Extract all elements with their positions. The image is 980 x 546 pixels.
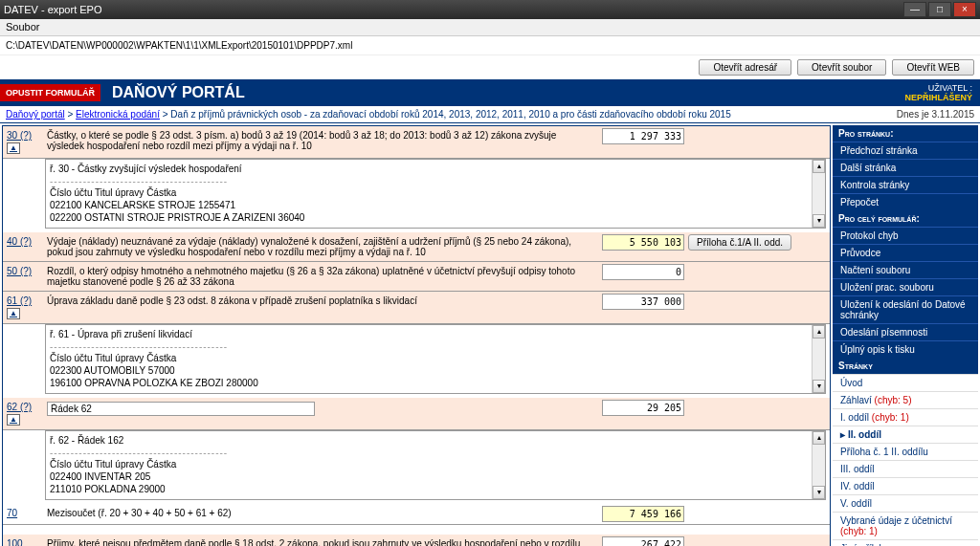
- row-61: 61 (?)▲ Úprava základu daně podle § 23 o…: [3, 292, 830, 324]
- row-100-desc: Příjmy, které nejsou předmětem daně podl…: [43, 535, 600, 546]
- close-button[interactable]: ×: [953, 2, 976, 17]
- row-100: 100 Příjmy, které nejsou předmětem daně …: [3, 535, 830, 546]
- row-61-num[interactable]: 61 (?): [7, 295, 32, 306]
- row-50: 50 (?) Rozdíl, o který odpisy hmotného a…: [3, 262, 830, 292]
- row-30-num[interactable]: 30 (?): [7, 130, 32, 141]
- page-link-6[interactable]: IV. oddíl: [833, 477, 978, 494]
- nav-wizard[interactable]: Průvodce: [833, 244, 978, 261]
- row-70: 70 Mezisoučet (ř. 20 + 30 + 40 + 50 + 61…: [3, 504, 830, 525]
- sidebar: Pro stránku: Předchozí stránka Další str…: [833, 123, 980, 546]
- window-titlebar: DATEV - export EPO — □ ×: [0, 0, 980, 19]
- row-30-input[interactable]: [602, 128, 684, 144]
- crumb-3: Daň z příjmů právnických osob - za zdaňo…: [170, 109, 730, 120]
- page-link-5[interactable]: III. oddíl: [833, 460, 978, 477]
- nav-load-file[interactable]: Načtení souboru: [833, 261, 978, 278]
- collapse-icon[interactable]: ▲: [7, 142, 20, 154]
- page-link-8[interactable]: Vybrané údaje z účetnictví (chyb: 1): [833, 512, 978, 539]
- portal-title: DAŇOVÝ PORTÁL: [100, 84, 904, 101]
- top-button-row: Otevřít adresář Otevřít soubor Otevřít W…: [0, 55, 980, 79]
- exit-form-button[interactable]: OPUSTIT FORMULÁŘ: [0, 84, 100, 101]
- row-100-input[interactable]: [602, 536, 684, 546]
- form-area: 30 (?)▲ Částky, o které se podle § 23 od…: [2, 125, 831, 546]
- sidebar-header-pages: Stránky: [833, 358, 978, 374]
- page-link-7[interactable]: V. oddíl: [833, 494, 978, 512]
- page-link-3[interactable]: ▸II. oddíl: [833, 426, 978, 443]
- crumb-2[interactable]: Elektronická podání: [76, 109, 160, 120]
- attachment-button[interactable]: Příloha č.1/A II. odd.: [688, 234, 791, 251]
- detail-box-30: ř. 30 - Částky zvyšující výsledek hospod…: [45, 159, 826, 229]
- detail-box-61: ř. 61 - Úprava při zrušení likvidací ---…: [45, 324, 826, 394]
- scroll-up-icon[interactable]: ▴: [813, 325, 825, 339]
- row-40-desc: Výdaje (náklady) neuznávané za výdaje (n…: [43, 232, 600, 261]
- scroll-down-icon[interactable]: ▾: [813, 486, 825, 499]
- open-file-button[interactable]: Otevřít soubor: [797, 59, 886, 76]
- page-link-2[interactable]: I. oddíl (chyb: 1): [833, 408, 978, 426]
- row-62: 62 (?)▲: [3, 398, 830, 430]
- nav-print[interactable]: Úplný opis k tisku: [833, 340, 978, 358]
- scroll-down-icon[interactable]: ▾: [813, 214, 825, 228]
- row-70-desc: Mezisoučet (ř. 20 + 30 + 40 + 50 + 61 + …: [43, 504, 600, 524]
- minimize-button[interactable]: —: [903, 2, 926, 17]
- open-dir-button[interactable]: Otevřít adresář: [699, 59, 791, 76]
- nav-error-log[interactable]: Protokol chyb: [833, 227, 978, 244]
- menu-file[interactable]: Soubor: [6, 21, 39, 33]
- row-70-num: 70: [7, 508, 17, 518]
- row-62-num[interactable]: 62 (?): [7, 402, 32, 412]
- crumb-1[interactable]: Daňový portál: [6, 109, 65, 120]
- nav-next-page[interactable]: Další stránka: [833, 159, 978, 176]
- page-link-0[interactable]: Úvod: [833, 374, 978, 391]
- user-status: UŽIVATEL : NEPŘIHLÁŠENÝ: [904, 83, 980, 102]
- nav-send[interactable]: Odeslání písemnosti: [833, 323, 978, 340]
- nav-recalc[interactable]: Přepočet: [833, 193, 978, 210]
- nav-save-work[interactable]: Uložení prac. souboru: [833, 278, 978, 295]
- row-50-desc: Rozdíl, o který odpisy hmotného a nehmot…: [43, 262, 600, 291]
- maximize-button[interactable]: □: [928, 2, 951, 17]
- sidebar-header-page: Pro stránku:: [833, 125, 978, 142]
- row-61-desc: Úprava základu daně podle § 23 odst. 8 z…: [43, 292, 600, 323]
- menubar: Soubor: [0, 19, 980, 36]
- open-web-button[interactable]: Otevřít WEB: [892, 59, 974, 76]
- row-30-desc: Částky, o které se podle § 23 odst. 3 pí…: [43, 126, 600, 158]
- row-62-input[interactable]: [602, 400, 684, 416]
- collapse-icon[interactable]: ▲: [7, 414, 20, 426]
- breadcrumb: Daňový portál > Elektronická podání > Da…: [0, 106, 980, 123]
- scroll-up-icon[interactable]: ▴: [813, 431, 825, 445]
- nav-prev-page[interactable]: Předchozí stránka: [833, 142, 978, 159]
- portal-header: OPUSTIT FORMULÁŘ DAŇOVÝ PORTÁL UŽIVATEL …: [0, 79, 980, 106]
- page-link-4[interactable]: Příloha č. 1 II. oddílu: [833, 443, 978, 460]
- row-30: 30 (?)▲ Částky, o které se podle § 23 od…: [3, 126, 830, 159]
- current-date: Dnes je 3.11.2015: [897, 109, 974, 120]
- detail-box-62: ř. 62 - Řádek 162 ----------------------…: [45, 430, 826, 500]
- row-62-desc-input[interactable]: [47, 402, 315, 416]
- row-70-input[interactable]: [602, 506, 684, 522]
- page-link-9[interactable]: Jiné přílohy: [833, 539, 978, 546]
- scroll-up-icon[interactable]: ▴: [813, 160, 825, 173]
- row-40: 40 (?) Výdaje (náklady) neuznávané za vý…: [3, 232, 830, 262]
- nav-save-databox[interactable]: Uložení k odeslání do Datové schránky: [833, 295, 978, 323]
- row-50-input[interactable]: [602, 264, 684, 280]
- sidebar-header-form: Pro celý formulář:: [833, 210, 978, 227]
- scroll-down-icon[interactable]: ▾: [813, 380, 825, 393]
- row-50-num[interactable]: 50 (?): [7, 266, 32, 276]
- collapse-icon[interactable]: ▲: [7, 308, 20, 319]
- row-40-num[interactable]: 40 (?): [7, 236, 32, 247]
- file-path: C:\DATEV\DATEN\WP000002\WPAKTEN\1\1\XMLE…: [0, 36, 980, 55]
- nav-check-page[interactable]: Kontrola stránky: [833, 176, 978, 193]
- window-title: DATEV - export EPO: [4, 4, 102, 15]
- page-link-1[interactable]: Záhlaví (chyb: 5): [833, 391, 978, 408]
- row-100-num: 100: [7, 538, 23, 546]
- row-40-input[interactable]: [602, 234, 684, 251]
- row-61-input[interactable]: [602, 294, 684, 310]
